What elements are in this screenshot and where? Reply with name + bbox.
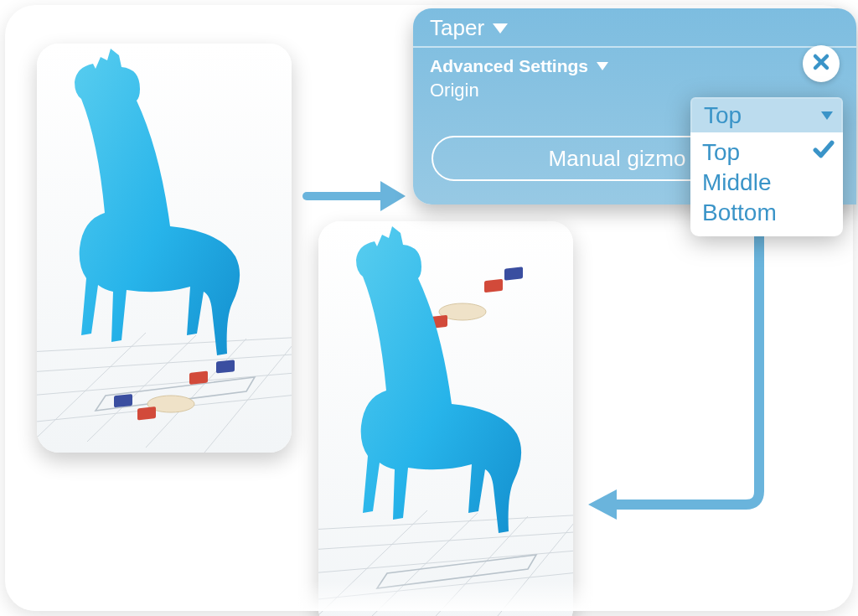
origin-option-label: Middle [702,168,771,198]
fade-overlay [5,581,853,611]
chevron-down-icon [597,62,608,70]
chevron-down-icon [493,23,508,34]
giraffe-top-gizmo-illustration [318,221,573,616]
panel-title-row[interactable]: Taper [413,8,856,48]
origin-option-bottom[interactable]: Bottom [702,198,835,228]
svg-marker-31 [380,181,406,211]
origin-option-top[interactable]: Top [702,137,835,168]
svg-rect-11 [114,394,132,407]
flow-arrow-to-panel [300,171,409,221]
close-button[interactable] [803,45,840,82]
origin-option-middle[interactable]: Middle [702,168,835,198]
origin-option-label: Top [702,137,740,168]
origin-dropdown-selected-label: Top [704,102,742,129]
origin-option-label: Bottom [702,198,777,228]
check-icon [813,137,835,168]
close-icon [811,52,831,75]
svg-rect-27 [504,267,523,280]
advanced-settings-label: Advanced Settings [430,56,588,76]
origin-dropdown: Top Top Middle Bottom [690,97,843,236]
advanced-settings-row[interactable]: Advanced Settings [413,48,856,78]
panel-title: Taper [430,15,484,41]
svg-marker-32 [588,489,617,520]
origin-dropdown-selected[interactable]: Top [690,97,843,132]
svg-rect-13 [137,406,156,420]
tutorial-canvas: Taper Advanced Settings Origin Manual gi… [5,5,853,611]
chevron-down-icon [821,111,833,120]
giraffe-bottom-gizmo-illustration [37,44,292,453]
viewport-before [37,44,292,453]
viewport-after [318,221,573,616]
svg-rect-29 [484,279,503,292]
svg-rect-14 [189,371,208,385]
origin-dropdown-list: Top Middle Bottom [690,132,843,236]
svg-rect-12 [216,360,235,373]
flow-arrow-to-result [583,215,776,525]
